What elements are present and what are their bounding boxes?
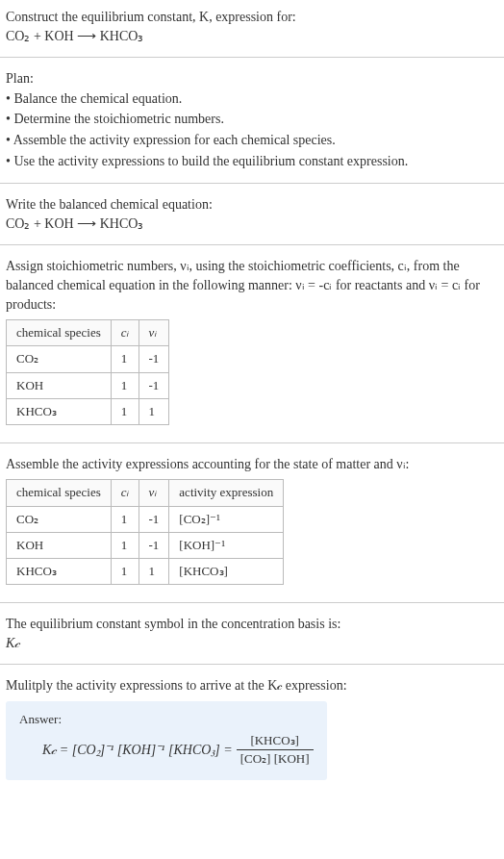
cell-v: -1 xyxy=(139,532,169,558)
cell-species: KHCO₃ xyxy=(7,398,112,424)
cell-v: -1 xyxy=(139,346,169,372)
th-ci: cᵢ xyxy=(111,320,139,346)
cell-v: -1 xyxy=(139,506,169,532)
activity-text: Assemble the activity expressions accoun… xyxy=(6,455,498,474)
cell-c: 1 xyxy=(111,398,139,424)
divider xyxy=(0,244,504,245)
divider xyxy=(0,602,504,603)
cell-expr: [CO₂]⁻¹ xyxy=(169,506,284,532)
cell-expr: [KOH]⁻¹ xyxy=(169,532,284,558)
cell-c: 1 xyxy=(111,506,139,532)
cell-c: 1 xyxy=(111,532,139,558)
assign-table: chemical species cᵢ νᵢ CO₂ 1 -1 KOH 1 -1… xyxy=(6,319,169,425)
cell-species: KHCO₃ xyxy=(7,559,112,585)
cell-expr: [KHCO₃] xyxy=(169,559,284,585)
intro-text: Construct the equilibrium constant, K, e… xyxy=(6,10,296,24)
activity-table: chemical species cᵢ νᵢ activity expressi… xyxy=(6,479,284,585)
plan-item: • Use the activity expressions to build … xyxy=(6,151,498,172)
answer-box: Answer: K𝒸 = [CO₂]⁻¹ [KOH]⁻¹ [KHCO₃] = [… xyxy=(6,701,327,780)
plan-heading: Plan: xyxy=(6,69,498,88)
fraction-numerator: [KHCO₃] xyxy=(237,732,314,750)
answer-label: Answer: xyxy=(19,711,314,728)
multiply-section: Mulitply the activity expressions to arr… xyxy=(0,669,504,793)
cell-c: 1 xyxy=(111,372,139,398)
fraction-denominator: [CO₂] [KOH] xyxy=(237,750,314,768)
th-expr: activity expression xyxy=(169,480,284,506)
divider xyxy=(0,183,504,184)
table-header-row: chemical species cᵢ νᵢ activity expressi… xyxy=(7,480,284,506)
plan-section: Plan: • Balance the chemical equation. •… xyxy=(0,62,504,179)
activity-section: Assemble the activity expressions accoun… xyxy=(0,447,504,598)
th-species: chemical species xyxy=(7,320,112,346)
plan-item: • Determine the stoichiometric numbers. xyxy=(6,109,498,130)
divider xyxy=(0,664,504,665)
answer-fraction: [KHCO₃] [CO₂] [KOH] xyxy=(237,732,314,768)
cell-v: 1 xyxy=(139,398,169,424)
th-vi: νᵢ xyxy=(139,480,169,506)
assign-text: Assign stoichiometric numbers, νᵢ, using… xyxy=(6,257,498,314)
intro-line: Construct the equilibrium constant, K, e… xyxy=(6,8,498,27)
th-vi: νᵢ xyxy=(139,320,169,346)
cell-species: CO₂ xyxy=(7,346,112,372)
divider xyxy=(0,442,504,443)
balanced-heading: Write the balanced chemical equation: xyxy=(6,195,498,215)
table-header-row: chemical species cᵢ νᵢ xyxy=(7,320,169,346)
answer-expression: K𝒸 = [CO₂]⁻¹ [KOH]⁻¹ [KHCO₃] = [KHCO₃] [… xyxy=(19,732,314,768)
table-row: KHCO₃ 1 1 xyxy=(7,398,169,424)
cell-species: KOH xyxy=(7,372,112,398)
multiply-text: Mulitply the activity expressions to arr… xyxy=(6,676,498,695)
symbol-section: The equilibrium constant symbol in the c… xyxy=(0,607,504,660)
plan-item: • Assemble the activity expression for e… xyxy=(6,130,498,151)
cell-c: 1 xyxy=(111,559,139,585)
cell-v: 1 xyxy=(139,559,169,585)
symbol-line1: The equilibrium constant symbol in the c… xyxy=(6,615,498,634)
intro-equation: CO₂ + KOH ⟶ KHCO₃ xyxy=(6,27,498,46)
table-row: CO₂ 1 -1 [CO₂]⁻¹ xyxy=(7,506,284,532)
table-row: KHCO₃ 1 1 [KHCO₃] xyxy=(7,559,284,585)
divider xyxy=(0,57,504,58)
cell-c: 1 xyxy=(111,346,139,372)
balanced-section: Write the balanced chemical equation: CO… xyxy=(0,188,504,240)
balanced-equation: CO₂ + KOH ⟶ KHCO₃ xyxy=(6,215,498,234)
answer-lhs: K𝒸 = [CO₂]⁻¹ [KOH]⁻¹ [KHCO₃] = xyxy=(42,741,233,760)
th-ci: cᵢ xyxy=(111,480,139,506)
cell-v: -1 xyxy=(139,372,169,398)
intro-section: Construct the equilibrium constant, K, e… xyxy=(0,0,504,53)
cell-species: KOH xyxy=(7,532,112,558)
cell-species: CO₂ xyxy=(7,506,112,532)
table-row: KOH 1 -1 [KOH]⁻¹ xyxy=(7,532,284,558)
symbol-kc: K𝒸 xyxy=(6,634,498,653)
assign-section: Assign stoichiometric numbers, νᵢ, using… xyxy=(0,249,504,439)
plan-list: • Balance the chemical equation. • Deter… xyxy=(6,88,498,171)
plan-item: • Balance the chemical equation. xyxy=(6,88,498,110)
th-species: chemical species xyxy=(7,480,112,506)
table-row: KOH 1 -1 xyxy=(7,372,169,398)
table-row: CO₂ 1 -1 xyxy=(7,346,169,372)
